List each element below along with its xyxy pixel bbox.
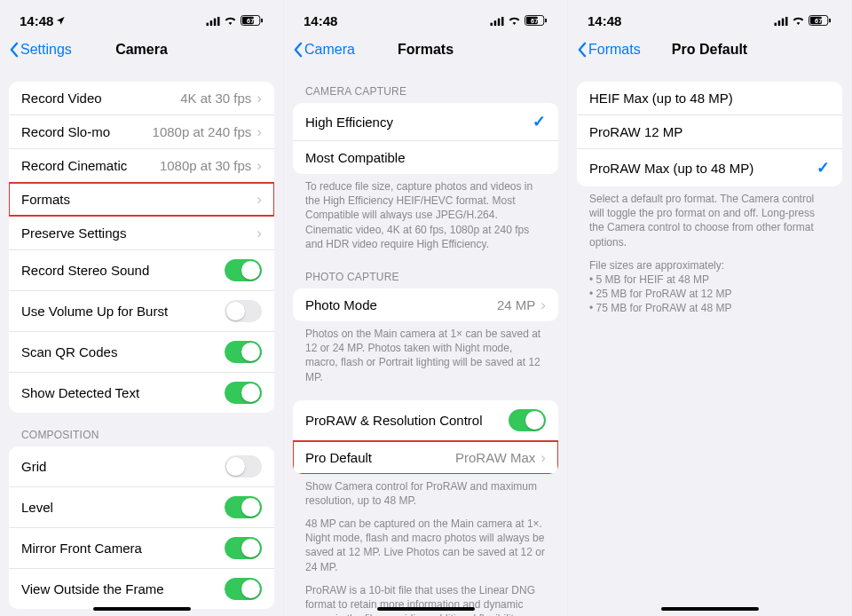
checkmark-icon: ✓ <box>532 112 546 131</box>
row-label: Most Compatible <box>305 150 546 165</box>
row-label: Grid <box>21 459 225 474</box>
status-bar: 14:48 67 <box>284 0 567 34</box>
row-record-slo-mo[interactable]: Record Slo-mo 1080p at 240 fps › <box>9 115 274 149</box>
svg-rect-22 <box>829 18 831 22</box>
svg-rect-10 <box>498 18 501 25</box>
toggle-scan-qr[interactable] <box>225 341 262 363</box>
chevron-left-icon <box>293 42 303 58</box>
nav-bar: Formats Pro Default <box>568 34 851 69</box>
section-header-photo-capture: Photo Capture <box>293 255 558 288</box>
row-value: 1080p at 30 fps <box>160 158 251 173</box>
row-label: HEIF Max (up to 48 MP) <box>589 91 830 106</box>
row-label: Scan QR Codes <box>21 344 225 359</box>
row-label: Pro Default <box>305 450 455 465</box>
svg-rect-0 <box>207 22 209 25</box>
row-heif-max[interactable]: HEIF Max (up to 48 MP) <box>577 82 842 115</box>
status-time: 14:48 <box>20 13 53 28</box>
nav-bar: Camera Formats <box>284 34 567 69</box>
row-record-stereo[interactable]: Record Stereo Sound <box>9 250 274 291</box>
toggle-proraw[interactable] <box>509 409 546 431</box>
footer-pro-default-sizes: File sizes are approximately: • 5 MB for… <box>577 253 842 320</box>
section-header-camera-capture: Camera Capture <box>293 69 558 103</box>
row-mirror-front[interactable]: Mirror Front Camera <box>9 528 274 569</box>
wifi-icon <box>224 13 237 28</box>
group-photo-mode: Photo Mode 24 MP › <box>293 288 558 321</box>
file-size-proraw48: • 75 MB for ProRAW at 48 MP <box>589 301 830 315</box>
group-composition: Grid Level Mirror Front Camera View Outs… <box>9 446 274 609</box>
toggle-grid[interactable] <box>225 455 262 478</box>
toggle-outside-frame[interactable] <box>225 578 262 600</box>
svg-rect-3 <box>217 17 220 26</box>
svg-rect-16 <box>775 22 777 25</box>
row-outside-frame[interactable]: View Outside the Frame <box>9 569 274 609</box>
chevron-right-icon: › <box>256 225 262 241</box>
toggle-mirror[interactable] <box>225 537 262 559</box>
row-value: ProRAW Max <box>455 450 535 465</box>
row-label: Use Volume Up for Burst <box>21 304 225 319</box>
section-header-composition: Composition <box>9 413 274 446</box>
phone-camera-settings: 14:48 67 Settings Camera Record Video 4K… <box>0 0 284 616</box>
row-detected-text[interactable]: Show Detected Text <box>9 373 274 413</box>
chevron-right-icon: › <box>256 124 262 139</box>
row-scan-qr[interactable]: Scan QR Codes <box>9 332 274 373</box>
row-label: Record Video <box>21 91 180 106</box>
toggle-detected-text[interactable] <box>225 382 262 404</box>
row-value: 24 MP <box>497 297 535 312</box>
chevron-right-icon: › <box>256 158 262 173</box>
row-proraw-control[interactable]: ProRAW & Resolution Control <box>293 400 558 441</box>
row-pro-default[interactable]: Pro Default ProRAW Max › <box>293 441 558 474</box>
home-indicator <box>93 607 191 611</box>
back-button[interactable]: Formats <box>577 42 641 58</box>
row-most-compatible[interactable]: Most Compatible <box>293 141 558 174</box>
checkmark-icon: ✓ <box>816 158 830 178</box>
row-volume-burst[interactable]: Use Volume Up for Burst <box>9 291 274 332</box>
chevron-left-icon <box>577 42 587 58</box>
row-proraw-12[interactable]: ProRAW 12 MP <box>577 115 842 149</box>
back-button[interactable]: Settings <box>9 42 72 58</box>
row-label: Show Detected Text <box>21 385 225 400</box>
back-label: Camera <box>304 42 355 58</box>
row-label: Preserve Settings <box>21 225 255 241</box>
chevron-right-icon: › <box>256 91 262 106</box>
back-button[interactable]: Camera <box>293 42 355 58</box>
row-record-cinematic[interactable]: Record Cinematic 1080p at 30 fps › <box>9 149 274 183</box>
toggle-level[interactable] <box>225 496 262 518</box>
file-size-proraw12: • 25 MB for ProRAW at 12 MP <box>589 287 830 301</box>
svg-text:67: 67 <box>815 16 822 24</box>
chevron-right-icon: › <box>256 192 262 207</box>
group-pro-default-options: HEIF Max (up to 48 MP) ProRAW 12 MP ProR… <box>577 82 842 186</box>
row-formats[interactable]: Formats › <box>9 183 274 217</box>
footer-camera-capture: To reduce file size, capture photos and … <box>293 174 558 255</box>
footer-pro-2: 48 MP can be captured on the Main camera… <box>293 511 558 578</box>
row-record-video[interactable]: Record Video 4K at 30 fps › <box>9 82 274 115</box>
battery-icon: 67 <box>525 13 548 28</box>
svg-rect-14 <box>545 18 547 22</box>
row-preserve-settings[interactable]: Preserve Settings › <box>9 217 274 250</box>
svg-rect-11 <box>501 17 504 26</box>
row-grid[interactable]: Grid <box>9 446 274 487</box>
row-proraw-max[interactable]: ProRAW Max (up to 48 MP) ✓ <box>577 149 842 186</box>
group-recording: Record Video 4K at 30 fps › Record Slo-m… <box>9 82 274 413</box>
battery-icon: 67 <box>809 13 832 28</box>
svg-text:67: 67 <box>531 16 538 24</box>
row-photo-mode[interactable]: Photo Mode 24 MP › <box>293 288 558 321</box>
chevron-left-icon <box>9 42 19 58</box>
toggle-volume-burst[interactable] <box>225 300 262 322</box>
row-level[interactable]: Level <box>9 487 274 528</box>
cellular-icon <box>490 13 504 28</box>
row-label: Photo Mode <box>305 297 497 312</box>
wifi-icon <box>792 13 805 28</box>
group-camera-capture: High Efficiency ✓ Most Compatible <box>293 103 558 174</box>
svg-rect-2 <box>214 18 217 25</box>
row-high-efficiency[interactable]: High Efficiency ✓ <box>293 103 558 141</box>
status-time: 14:48 <box>304 13 337 28</box>
cellular-icon <box>774 13 788 28</box>
row-label: Record Stereo Sound <box>21 263 225 278</box>
home-indicator <box>661 607 759 611</box>
nav-bar: Settings Camera <box>0 34 283 69</box>
chevron-right-icon: › <box>540 450 546 465</box>
toggle-stereo[interactable] <box>225 259 262 281</box>
row-value: 4K at 30 fps <box>180 91 251 106</box>
row-label: Formats <box>21 192 255 207</box>
file-size-heif: • 5 MB for HEIF at 48 MP <box>589 272 830 287</box>
